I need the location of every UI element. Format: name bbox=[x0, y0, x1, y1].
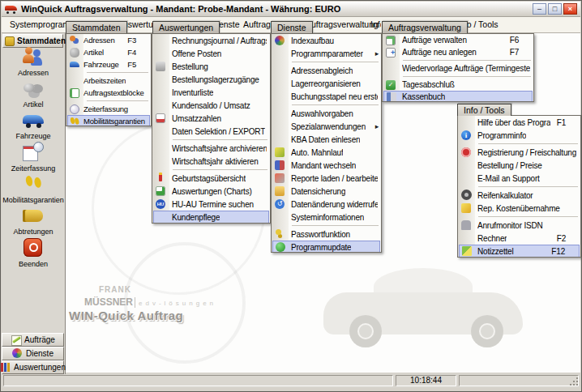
menu-item-tagesabschluss[interactable]: ✓Tagesabschluß bbox=[383, 79, 533, 91]
calendar-clock-icon bbox=[23, 142, 44, 163]
menu-separator bbox=[173, 169, 267, 170]
minimize-button[interactable]: – bbox=[533, 3, 546, 15]
menu-item-programminfo[interactable]: iProgramminfo bbox=[458, 129, 580, 142]
dienste-group-button[interactable]: Dienste bbox=[2, 347, 64, 360]
menu-item-inventurliste[interactable]: Inventurliste bbox=[152, 86, 270, 99]
menu-item-mandant-wechseln[interactable]: Mandant wechseln bbox=[272, 159, 381, 172]
menu-item-reporte-laden[interactable]: Reporte laden / bearbeiten bbox=[272, 172, 381, 185]
menu-item-mobilitaetsgarantien[interactable]: Mobilitätsgarantien bbox=[67, 115, 150, 126]
menu-item-systeminformationen[interactable]: Systeminformationen bbox=[272, 211, 381, 224]
cost-icon bbox=[461, 203, 471, 213]
menu-item-reifenkalkulator[interactable]: Reifenkalkulator bbox=[458, 189, 580, 202]
tab-info-tools[interactable]: Info / Tools bbox=[457, 104, 511, 116]
sidebar-item-beenden[interactable]: Beenden bbox=[2, 236, 65, 268]
sidebar-item-artikel[interactable]: Artikel bbox=[2, 77, 65, 109]
menu-item-fahrzeuge[interactable]: FahrzeugeF5 bbox=[66, 58, 151, 70]
menu-item-notizzettel[interactable]: NotizzettelF12 bbox=[459, 245, 580, 258]
menu-separator bbox=[173, 139, 267, 140]
menu-item-geburtstagsuebersicht[interactable]: Geburtstagsübersicht bbox=[152, 172, 270, 185]
tire-icon bbox=[461, 190, 472, 200]
sidebar-item-fahrzeuge[interactable]: Fahrzeuge bbox=[2, 109, 65, 140]
menu-item-auftraege-verwalten[interactable]: Aufträge verwaltenF6 bbox=[383, 34, 533, 46]
menu-item-rep-kostenuebernahme[interactable]: Rep. Kostenübernahme bbox=[458, 202, 580, 215]
menubar-item-auftragsverwaltung-left[interactable]: Auftragsver bbox=[241, 17, 272, 32]
menu-item-spezialanwendungen[interactable]: Spezialanwendungen bbox=[272, 120, 381, 133]
product-watermark: WIN-Quick Auftrag bbox=[69, 309, 183, 322]
menu-item-wirtschaftsjahr-aktivieren[interactable]: Wirtschaftsjahr aktivieren bbox=[152, 155, 270, 168]
menu-item-bestellungslagerzugaenge[interactable]: Bestellungslagerzugänge bbox=[152, 73, 270, 86]
menu-separator bbox=[403, 60, 531, 61]
charts-icon bbox=[156, 186, 165, 196]
menu-item-umsatzzahlen[interactable]: Umsatzzahlen bbox=[152, 112, 270, 125]
menu-item-adressenabgleich[interactable]: Adressenabgleich bbox=[272, 64, 381, 77]
menu-item-wiedervorlage[interactable]: Wiedervorlage Aufträge (Termingesteuert) bbox=[383, 62, 533, 75]
menu-item-passwortfunktion[interactable]: Passwortfunktion bbox=[272, 228, 381, 241]
menu-auftragsverwaltung: Aufträge verwaltenF6 +Aufträge neu anleg… bbox=[382, 33, 534, 102]
menu-item-zeiterfassung[interactable]: Zeiterfassung bbox=[66, 103, 151, 115]
menu-auswertungen: Rechnungsjournal / Auftragsjournal Offen… bbox=[152, 33, 271, 224]
menu-item-hu-au-termine[interactable]: HUHU-AU Termine suchen bbox=[152, 198, 270, 211]
menu-item-kassenbuch[interactable]: Kassenbuch bbox=[383, 91, 533, 102]
menu-separator bbox=[292, 62, 379, 62]
reports-books-icon bbox=[0, 362, 11, 373]
menu-item-anrufmonitor[interactable]: Anrufmonitor ISDN bbox=[458, 219, 580, 232]
menu-item-rechnungsjournal[interactable]: Rechnungsjournal / Auftragsjournal bbox=[152, 34, 270, 47]
menu-item-lagerreorganisieren[interactable]: Lagerreorganisieren bbox=[272, 77, 381, 90]
menu-item-datenaenderung-widerrufen[interactable]: ↺Datenänderung widerrufen bbox=[272, 198, 381, 211]
menu-item-registrierung[interactable]: Registrierung / Freischaltung bbox=[458, 146, 580, 159]
menu-dienste: Indexaufbau Programmparameter Adressenab… bbox=[271, 33, 382, 253]
menu-item-offene-posten[interactable]: Offene Posten bbox=[152, 47, 270, 60]
menu-item-kba-daten[interactable]: KBA Daten einlesen bbox=[272, 133, 381, 146]
menubar-item-info-tools-left[interactable]: Info bbox=[368, 17, 381, 32]
maximize-button[interactable]: □ bbox=[548, 3, 562, 15]
menu-item-programmparameter[interactable]: Programmparameter bbox=[272, 47, 381, 60]
footprints-icon bbox=[23, 173, 44, 194]
menu-item-auftraege-neu[interactable]: +Aufträge neu anlegenF7 bbox=[383, 46, 533, 58]
car-icon bbox=[70, 62, 79, 67]
client-switch-icon bbox=[275, 160, 285, 170]
sidebar-item-adressen[interactable]: Adressen bbox=[2, 45, 65, 77]
menu-item-arbeitszeiten[interactable]: Arbeitszeiten bbox=[66, 75, 151, 87]
menu-item-kundensaldo[interactable]: Kundensaldo / Umsatz bbox=[152, 99, 270, 112]
hu-au-icon: HU bbox=[156, 199, 165, 209]
tab-dienste[interactable]: Dienste bbox=[271, 21, 313, 33]
menu-item-rechner[interactable]: RechnerF2 bbox=[458, 232, 580, 245]
tab-auftragsverwaltung[interactable]: Auftragsverwaltung bbox=[382, 21, 468, 33]
menu-item-auto-mahnlauf[interactable]: Auto. Mahnlauf bbox=[272, 146, 381, 159]
menu-item-daten-selektion[interactable]: Daten Selektion / EXPORT bbox=[152, 125, 270, 138]
auswertungen-group-button[interactable]: Auswertungen bbox=[2, 360, 64, 374]
tab-stammdaten[interactable]: Stammdaten bbox=[66, 21, 127, 33]
menu-item-auswahlvorgaben[interactable]: Auswahlvorgaben bbox=[272, 107, 381, 120]
menu-item-kundenpflege[interactable]: Kundenpflege bbox=[153, 211, 269, 224]
menu-item-datensicherung[interactable]: Datensicherung bbox=[272, 185, 381, 198]
people-icon bbox=[23, 46, 44, 67]
menu-item-artikel[interactable]: ArtikelF4 bbox=[66, 46, 151, 58]
menu-item-programmupdate[interactable]: Programmupdate bbox=[272, 241, 380, 253]
menu-item-bestellung[interactable]: Bestellung bbox=[152, 60, 270, 73]
tab-auswertungen[interactable]: Auswertungen bbox=[152, 21, 220, 33]
menu-separator bbox=[478, 186, 578, 187]
update-globe-icon bbox=[276, 242, 285, 252]
reports-icon bbox=[275, 173, 285, 183]
menu-item-auswertungen-charts[interactable]: Auswertungen (Charts) bbox=[152, 185, 270, 198]
app-car-icon bbox=[5, 4, 18, 14]
menu-item-auftragstextbloecke[interactable]: Auftragstextblöcke bbox=[66, 87, 151, 99]
clock-icon bbox=[70, 104, 79, 114]
auftraege-group-button[interactable]: Aufträge bbox=[2, 333, 64, 347]
resize-grip[interactable] bbox=[569, 377, 579, 386]
menu-item-wirtschaftsjahre-archivieren[interactable]: Wirtschaftsjahre archivieren bbox=[152, 142, 270, 155]
menu-item-buchungsstapel[interactable]: Buchungsstapel neu erstellen bbox=[272, 90, 381, 103]
menu-item-bestellung-preise[interactable]: Bestellung / Preise bbox=[458, 159, 580, 172]
menu-item-indexaufbau[interactable]: Indexaufbau bbox=[272, 34, 381, 47]
dunning-icon bbox=[275, 147, 285, 157]
menu-item-email-support[interactable]: E-Mail an Support bbox=[458, 172, 580, 185]
sidebar-item-abtretungen[interactable]: Abtretungen bbox=[2, 204, 65, 236]
menu-separator bbox=[292, 225, 379, 226]
menu-item-hilfe[interactable]: Hilfe über das ProgrammF1 bbox=[458, 116, 580, 129]
close-button[interactable]: × bbox=[563, 3, 577, 15]
sidebar-item-zeiterfassung[interactable]: Zeiterfassung bbox=[2, 141, 65, 173]
menu-item-adressen[interactable]: AdressenF3 bbox=[66, 34, 151, 46]
sidebar-item-mobilitaetsgarantien[interactable]: Mobilitätsgarantien bbox=[2, 173, 65, 204]
car-icon bbox=[23, 109, 44, 130]
orders-icon bbox=[11, 334, 21, 345]
